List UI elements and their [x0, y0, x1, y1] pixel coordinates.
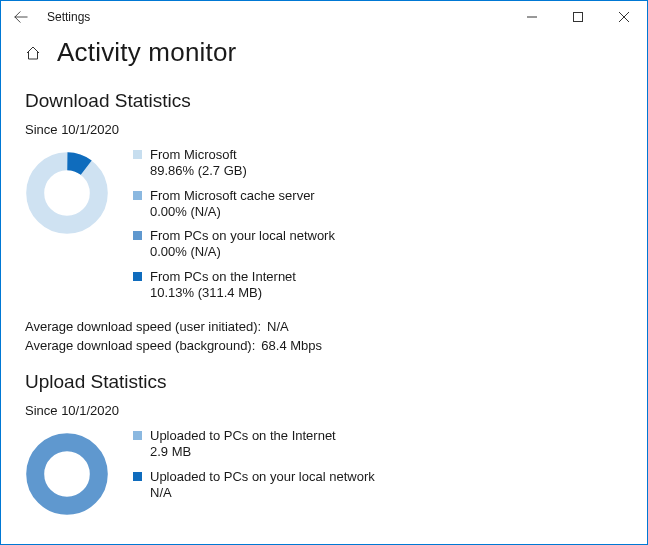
swatch-icon: [133, 231, 142, 240]
download-legend: From Microsoft 89.86% (2.7 GB) From Micr…: [133, 145, 335, 301]
minimize-button[interactable]: [509, 1, 555, 33]
legend-value: 2.9 MB: [150, 444, 336, 460]
download-donut-chart: [25, 145, 111, 238]
avg-value: 68.4 Mbps: [261, 338, 322, 353]
maximize-button[interactable]: [555, 1, 601, 33]
legend-value: 89.86% (2.7 GB): [150, 163, 247, 179]
avg-label: Average download speed (background):: [25, 338, 255, 353]
title-bar: Settings: [1, 1, 647, 33]
upload-stats: Uploaded to PCs on the Internet 2.9 MB U…: [25, 426, 623, 519]
legend-value: 0.00% (N/A): [150, 204, 315, 220]
window-controls: [509, 1, 647, 33]
avg-speed-background: Average download speed (background): 68.…: [25, 338, 623, 353]
swatch-icon: [133, 272, 142, 281]
legend-label: Uploaded to PCs on the Internet: [150, 428, 336, 444]
upload-legend: Uploaded to PCs on the Internet 2.9 MB U…: [133, 426, 375, 501]
legend-item-upload-internet: Uploaded to PCs on the Internet 2.9 MB: [133, 428, 375, 461]
legend-label: Uploaded to PCs on your local network: [150, 469, 375, 485]
download-stats: From Microsoft 89.86% (2.7 GB) From Micr…: [25, 145, 623, 301]
window-title: Settings: [47, 10, 509, 24]
swatch-icon: [133, 472, 142, 481]
close-icon: [619, 12, 629, 22]
legend-item-local: From PCs on your local network 0.00% (N/…: [133, 228, 335, 261]
content-area: Activity monitor Download Statistics Sin…: [1, 33, 647, 519]
legend-item-cache: From Microsoft cache server 0.00% (N/A): [133, 188, 335, 221]
minimize-icon: [527, 12, 537, 22]
svg-point-1: [35, 161, 99, 225]
legend-value: 10.13% (311.4 MB): [150, 285, 296, 301]
back-button[interactable]: [7, 1, 35, 33]
legend-value: 0.00% (N/A): [150, 244, 335, 260]
home-icon: [25, 45, 43, 61]
svg-point-3: [35, 442, 99, 506]
download-section-title: Download Statistics: [25, 90, 623, 112]
swatch-icon: [133, 150, 142, 159]
upload-since: Since 10/1/2020: [25, 403, 623, 418]
swatch-icon: [133, 431, 142, 440]
download-since: Since 10/1/2020: [25, 122, 623, 137]
arrow-left-icon: [14, 10, 28, 24]
legend-label: From Microsoft cache server: [150, 188, 315, 204]
avg-label: Average download speed (user initiated):: [25, 319, 261, 334]
close-button[interactable]: [601, 1, 647, 33]
legend-value: N/A: [150, 485, 375, 501]
page-header: Activity monitor: [25, 37, 623, 68]
legend-label: From PCs on your local network: [150, 228, 335, 244]
legend-item-internet: From PCs on the Internet 10.13% (311.4 M…: [133, 269, 335, 302]
avg-speed-user: Average download speed (user initiated):…: [25, 319, 623, 334]
legend-item-microsoft: From Microsoft 89.86% (2.7 GB): [133, 147, 335, 180]
upload-section-title: Upload Statistics: [25, 371, 623, 393]
legend-label: From Microsoft: [150, 147, 247, 163]
legend-label: From PCs on the Internet: [150, 269, 296, 285]
maximize-icon: [573, 12, 583, 22]
upload-donut-chart: [25, 426, 111, 519]
page-title: Activity monitor: [57, 37, 236, 68]
legend-item-upload-local: Uploaded to PCs on your local network N/…: [133, 469, 375, 502]
svg-rect-0: [574, 13, 583, 22]
swatch-icon: [133, 191, 142, 200]
avg-value: N/A: [267, 319, 289, 334]
